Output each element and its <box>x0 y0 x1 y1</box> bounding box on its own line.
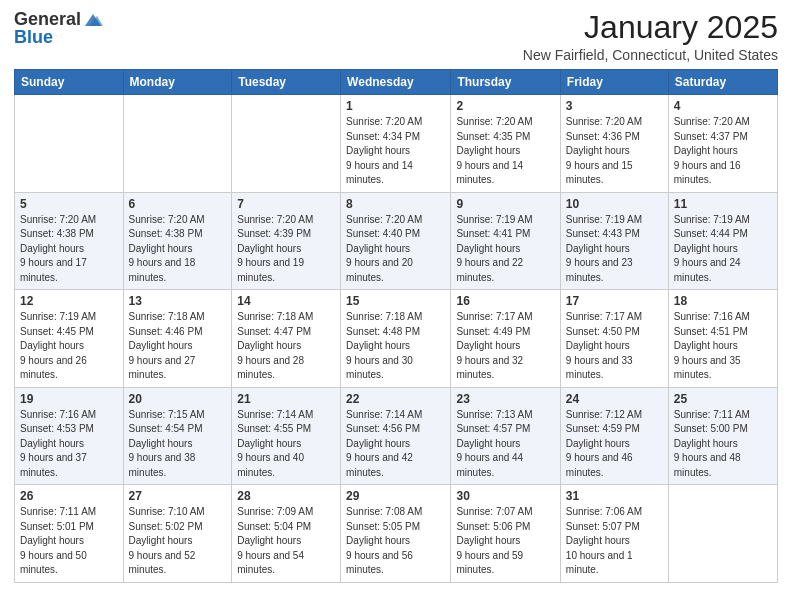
day-number: 13 <box>129 294 227 308</box>
cell-1-5: 10 Sunrise: 7:19 AM Sunset: 4:43 PM Dayl… <box>560 192 668 290</box>
day-number: 31 <box>566 489 663 503</box>
week-row-4: 26 Sunrise: 7:11 AM Sunset: 5:01 PM Dayl… <box>15 485 778 583</box>
cell-2-6: 18 Sunrise: 7:16 AM Sunset: 4:51 PM Dayl… <box>668 290 777 388</box>
header-saturday: Saturday <box>668 70 777 95</box>
day-number: 18 <box>674 294 772 308</box>
logo-blue: Blue <box>14 28 103 48</box>
cell-2-4: 16 Sunrise: 7:17 AM Sunset: 4:49 PM Dayl… <box>451 290 560 388</box>
cell-0-1 <box>123 95 232 193</box>
cell-2-5: 17 Sunrise: 7:17 AM Sunset: 4:50 PM Dayl… <box>560 290 668 388</box>
cell-1-1: 6 Sunrise: 7:20 AM Sunset: 4:38 PM Dayli… <box>123 192 232 290</box>
cell-content: Sunrise: 7:16 AM Sunset: 4:53 PM Dayligh… <box>20 408 118 481</box>
day-number: 6 <box>129 197 227 211</box>
cell-0-4: 2 Sunrise: 7:20 AM Sunset: 4:35 PM Dayli… <box>451 95 560 193</box>
cell-4-6 <box>668 485 777 583</box>
day-number: 11 <box>674 197 772 211</box>
cell-3-3: 22 Sunrise: 7:14 AM Sunset: 4:56 PM Dayl… <box>341 387 451 485</box>
cell-content: Sunrise: 7:13 AM Sunset: 4:57 PM Dayligh… <box>456 408 554 481</box>
header-thursday: Thursday <box>451 70 560 95</box>
week-row-0: 1 Sunrise: 7:20 AM Sunset: 4:34 PM Dayli… <box>15 95 778 193</box>
cell-4-2: 28 Sunrise: 7:09 AM Sunset: 5:04 PM Dayl… <box>232 485 341 583</box>
cell-content: Sunrise: 7:20 AM Sunset: 4:38 PM Dayligh… <box>20 213 118 286</box>
cell-content: Sunrise: 7:20 AM Sunset: 4:36 PM Dayligh… <box>566 115 663 188</box>
cell-2-0: 12 Sunrise: 7:19 AM Sunset: 4:45 PM Dayl… <box>15 290 124 388</box>
cell-content: Sunrise: 7:20 AM Sunset: 4:40 PM Dayligh… <box>346 213 445 286</box>
cell-content: Sunrise: 7:19 AM Sunset: 4:43 PM Dayligh… <box>566 213 663 286</box>
cell-1-0: 5 Sunrise: 7:20 AM Sunset: 4:38 PM Dayli… <box>15 192 124 290</box>
week-row-2: 12 Sunrise: 7:19 AM Sunset: 4:45 PM Dayl… <box>15 290 778 388</box>
cell-0-3: 1 Sunrise: 7:20 AM Sunset: 4:34 PM Dayli… <box>341 95 451 193</box>
cell-content: Sunrise: 7:06 AM Sunset: 5:07 PM Dayligh… <box>566 505 663 578</box>
day-number: 12 <box>20 294 118 308</box>
day-number: 15 <box>346 294 445 308</box>
cell-content: Sunrise: 7:20 AM Sunset: 4:39 PM Dayligh… <box>237 213 335 286</box>
logo-icon <box>83 10 103 30</box>
header-sunday: Sunday <box>15 70 124 95</box>
cell-content: Sunrise: 7:20 AM Sunset: 4:35 PM Dayligh… <box>456 115 554 188</box>
cell-content: Sunrise: 7:09 AM Sunset: 5:04 PM Dayligh… <box>237 505 335 578</box>
cell-content: Sunrise: 7:07 AM Sunset: 5:06 PM Dayligh… <box>456 505 554 578</box>
cell-content: Sunrise: 7:17 AM Sunset: 4:49 PM Dayligh… <box>456 310 554 383</box>
cell-3-2: 21 Sunrise: 7:14 AM Sunset: 4:55 PM Dayl… <box>232 387 341 485</box>
cell-content: Sunrise: 7:12 AM Sunset: 4:59 PM Dayligh… <box>566 408 663 481</box>
cell-content: Sunrise: 7:19 AM Sunset: 4:41 PM Dayligh… <box>456 213 554 286</box>
cell-4-5: 31 Sunrise: 7:06 AM Sunset: 5:07 PM Dayl… <box>560 485 668 583</box>
cell-content: Sunrise: 7:18 AM Sunset: 4:47 PM Dayligh… <box>237 310 335 383</box>
logo: General Blue <box>14 10 103 48</box>
cell-content: Sunrise: 7:14 AM Sunset: 4:56 PM Dayligh… <box>346 408 445 481</box>
week-row-3: 19 Sunrise: 7:16 AM Sunset: 4:53 PM Dayl… <box>15 387 778 485</box>
cell-4-3: 29 Sunrise: 7:08 AM Sunset: 5:05 PM Dayl… <box>341 485 451 583</box>
cell-3-6: 25 Sunrise: 7:11 AM Sunset: 5:00 PM Dayl… <box>668 387 777 485</box>
day-number: 29 <box>346 489 445 503</box>
page: General Blue January 2025 New Fairfield,… <box>0 0 792 597</box>
calendar-header-row: Sunday Monday Tuesday Wednesday Thursday… <box>15 70 778 95</box>
day-number: 21 <box>237 392 335 406</box>
day-number: 10 <box>566 197 663 211</box>
cell-content: Sunrise: 7:20 AM Sunset: 4:37 PM Dayligh… <box>674 115 772 188</box>
cell-3-0: 19 Sunrise: 7:16 AM Sunset: 4:53 PM Dayl… <box>15 387 124 485</box>
header-tuesday: Tuesday <box>232 70 341 95</box>
cell-content: Sunrise: 7:20 AM Sunset: 4:34 PM Dayligh… <box>346 115 445 188</box>
cell-0-0 <box>15 95 124 193</box>
day-number: 23 <box>456 392 554 406</box>
day-number: 4 <box>674 99 772 113</box>
cell-0-2 <box>232 95 341 193</box>
cell-2-2: 14 Sunrise: 7:18 AM Sunset: 4:47 PM Dayl… <box>232 290 341 388</box>
calendar-table: Sunday Monday Tuesday Wednesday Thursday… <box>14 69 778 583</box>
cell-content: Sunrise: 7:18 AM Sunset: 4:48 PM Dayligh… <box>346 310 445 383</box>
cell-3-4: 23 Sunrise: 7:13 AM Sunset: 4:57 PM Dayl… <box>451 387 560 485</box>
cell-content: Sunrise: 7:16 AM Sunset: 4:51 PM Dayligh… <box>674 310 772 383</box>
day-number: 3 <box>566 99 663 113</box>
day-number: 8 <box>346 197 445 211</box>
cell-content: Sunrise: 7:10 AM Sunset: 5:02 PM Dayligh… <box>129 505 227 578</box>
header-friday: Friday <box>560 70 668 95</box>
cell-0-6: 4 Sunrise: 7:20 AM Sunset: 4:37 PM Dayli… <box>668 95 777 193</box>
cell-4-0: 26 Sunrise: 7:11 AM Sunset: 5:01 PM Dayl… <box>15 485 124 583</box>
header-wednesday: Wednesday <box>341 70 451 95</box>
day-number: 7 <box>237 197 335 211</box>
cell-0-5: 3 Sunrise: 7:20 AM Sunset: 4:36 PM Dayli… <box>560 95 668 193</box>
day-number: 28 <box>237 489 335 503</box>
header: General Blue January 2025 New Fairfield,… <box>14 10 778 63</box>
cell-4-4: 30 Sunrise: 7:07 AM Sunset: 5:06 PM Dayl… <box>451 485 560 583</box>
day-number: 14 <box>237 294 335 308</box>
cell-2-3: 15 Sunrise: 7:18 AM Sunset: 4:48 PM Dayl… <box>341 290 451 388</box>
day-number: 5 <box>20 197 118 211</box>
cell-1-2: 7 Sunrise: 7:20 AM Sunset: 4:39 PM Dayli… <box>232 192 341 290</box>
day-number: 2 <box>456 99 554 113</box>
cell-content: Sunrise: 7:19 AM Sunset: 4:45 PM Dayligh… <box>20 310 118 383</box>
day-number: 24 <box>566 392 663 406</box>
day-number: 17 <box>566 294 663 308</box>
day-number: 20 <box>129 392 227 406</box>
day-number: 26 <box>20 489 118 503</box>
cell-4-1: 27 Sunrise: 7:10 AM Sunset: 5:02 PM Dayl… <box>123 485 232 583</box>
day-number: 27 <box>129 489 227 503</box>
cell-content: Sunrise: 7:20 AM Sunset: 4:38 PM Dayligh… <box>129 213 227 286</box>
title-block: January 2025 New Fairfield, Connecticut,… <box>523 10 778 63</box>
cell-2-1: 13 Sunrise: 7:18 AM Sunset: 4:46 PM Dayl… <box>123 290 232 388</box>
day-number: 25 <box>674 392 772 406</box>
cell-content: Sunrise: 7:19 AM Sunset: 4:44 PM Dayligh… <box>674 213 772 286</box>
month-title: January 2025 <box>523 10 778 45</box>
day-number: 30 <box>456 489 554 503</box>
cell-content: Sunrise: 7:11 AM Sunset: 5:00 PM Dayligh… <box>674 408 772 481</box>
